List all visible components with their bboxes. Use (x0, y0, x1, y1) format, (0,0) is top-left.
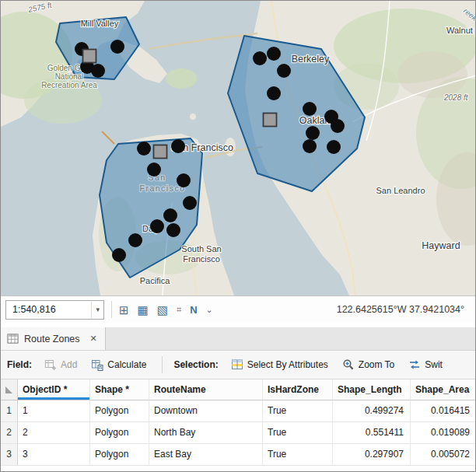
table-cell[interactable]: Downtown (149, 400, 263, 422)
stop-point[interactable] (267, 47, 281, 61)
table-cell[interactable]: 0.005072 (411, 444, 475, 466)
tab-route-zones[interactable]: Route Zones ✕ (1, 327, 106, 350)
map-scale-value: 1:540,816 (12, 304, 56, 315)
zoom-to-icon (342, 358, 355, 371)
angel-island (166, 68, 197, 89)
row-number-cell[interactable]: 1 (1, 400, 18, 422)
stop-point[interactable] (150, 219, 164, 233)
column-header-shape[interactable]: Shape * (90, 379, 149, 400)
chevron-down-icon[interactable]: ▾ (91, 302, 100, 318)
stop-point[interactable] (163, 208, 177, 222)
table-row[interactable]: 11PolygonDowntownTrue0.4992740.016415 (1, 400, 475, 422)
table-toolbar: Field: Add Calculate Selection: Select B… (1, 351, 475, 379)
table-cell[interactable]: Polygon (90, 400, 149, 422)
zoom-to-button[interactable]: Zoom To (338, 355, 399, 374)
stop-point[interactable] (331, 119, 345, 133)
column-header-shape-area[interactable]: Shape_Area (411, 379, 475, 400)
stop-point[interactable] (166, 223, 180, 237)
table-cell[interactable]: 2 (18, 422, 90, 444)
separator (111, 301, 112, 318)
table-cell[interactable]: True (263, 400, 333, 422)
stop-point[interactable] (112, 248, 126, 262)
map-label: Berkeley (292, 54, 330, 65)
attribute-table: ObjectID * Shape * RouteName IsHardZone … (1, 379, 475, 471)
switch-icon (408, 358, 421, 371)
table-cell[interactable]: 1 (18, 400, 90, 422)
calculate-button[interactable]: Calculate (86, 355, 151, 374)
status-icon-group: ⊞ ▦ ▧ ⌗ N ⌄ (119, 304, 213, 316)
table-header-row: ObjectID * Shape * RouteName IsHardZone … (1, 379, 475, 400)
attribute-table-icon[interactable]: ▦ (138, 304, 149, 316)
zoom-to-label: Zoom To (359, 359, 394, 370)
column-header-routename[interactable]: RouteName (149, 379, 263, 400)
selection-section-label: Selection: (173, 359, 218, 370)
column-header-ishardzone[interactable]: IsHardZone (263, 379, 333, 400)
north-arrow-icon[interactable]: N (190, 305, 197, 315)
table-cell[interactable]: 0.297907 (333, 444, 411, 466)
add-field-label: Add (61, 359, 77, 370)
row-number-cell[interactable]: 2 (1, 422, 18, 444)
table-cell[interactable]: 0.016415 (411, 400, 475, 422)
map-scale-combobox[interactable]: 1:540,816 ▾ (5, 300, 104, 320)
stop-point[interactable] (303, 102, 317, 116)
add-field-button[interactable]: Add (40, 355, 82, 374)
calculate-label: Calculate (107, 359, 146, 370)
table-cell[interactable]: True (263, 444, 333, 466)
column-header-shape-length[interactable]: Shape_Length (333, 379, 411, 400)
table-icon (7, 333, 19, 344)
stop-point[interactable] (91, 64, 105, 78)
snapping-icon[interactable]: ⌗ (177, 306, 181, 314)
stop-point[interactable] (306, 126, 320, 140)
depot-square[interactable] (83, 50, 96, 63)
switch-selection-button[interactable]: Swit (404, 355, 447, 374)
table-cell[interactable]: 0.499274 (333, 400, 411, 422)
stop-point[interactable] (147, 163, 161, 177)
switch-selection-label: Swit (425, 359, 443, 370)
table-row[interactable]: 33PolygonEast BayTrue0.2979070.005072 (1, 444, 475, 466)
table-cell[interactable]: 0.019089 (411, 422, 475, 444)
stop-point[interactable] (137, 142, 151, 156)
edit-features-icon[interactable]: ▧ (157, 304, 168, 316)
table-row[interactable]: 22PolygonNorth BayTrue0.5514110.019089 (1, 422, 475, 444)
map-pane[interactable]: 2575 ftMill ValleyGolden GateNationalRec… (1, 1, 475, 295)
new-feature-icon[interactable]: ⊞ (119, 304, 129, 316)
select-by-attributes-button[interactable]: Select By Attributes (226, 355, 333, 374)
map-label: Hayward (422, 240, 460, 251)
stop-point[interactable] (277, 64, 291, 78)
close-icon[interactable]: ✕ (90, 334, 97, 344)
stop-point[interactable] (267, 86, 281, 100)
stop-point[interactable] (110, 40, 124, 54)
map-status-bar: 1:540,816 ▾ ⊞ ▦ ▧ ⌗ N ⌄ 122.6425615°W 37… (1, 295, 475, 323)
select-all-corner[interactable] (1, 379, 18, 400)
row-number-cell[interactable]: 3 (1, 444, 18, 466)
corner-triangle-icon (5, 386, 12, 393)
map-canvas[interactable]: 2575 ftMill ValleyGolden GateNationalRec… (1, 1, 475, 295)
table-cell[interactable]: Polygon (90, 422, 149, 444)
depot-square[interactable] (264, 114, 277, 127)
map-label: San Leandro (376, 186, 425, 195)
map-label: Francisco (183, 254, 220, 264)
table-cell[interactable]: True (263, 422, 333, 444)
stop-point[interactable] (171, 139, 185, 153)
table-cell[interactable]: North Bay (149, 422, 263, 444)
map-label: Pacifica (140, 276, 170, 285)
map-label: Recreation Area (41, 81, 97, 89)
expand-chevron-icon[interactable]: ⌄ (206, 306, 213, 314)
map-label: National (55, 72, 84, 81)
table-cell[interactable]: 3 (18, 444, 90, 466)
column-header-objectid[interactable]: ObjectID * (18, 379, 90, 400)
calculate-icon (91, 358, 103, 371)
table-cell[interactable]: Polygon (90, 444, 149, 466)
tab-label: Route Zones (24, 334, 80, 344)
stop-point[interactable] (253, 51, 267, 65)
stop-point[interactable] (303, 139, 317, 153)
stop-point[interactable] (183, 196, 197, 210)
arcgis-window: 2575 ftMill ValleyGolden GateNationalRec… (1, 1, 475, 471)
stop-point[interactable] (177, 173, 191, 187)
table-cell[interactable]: East Bay (149, 444, 263, 466)
map-label: South San (181, 244, 221, 253)
stop-point[interactable] (327, 140, 341, 154)
table-cell[interactable]: 0.551411 (333, 422, 411, 444)
depot-square[interactable] (154, 145, 167, 159)
stop-point[interactable] (128, 233, 142, 247)
